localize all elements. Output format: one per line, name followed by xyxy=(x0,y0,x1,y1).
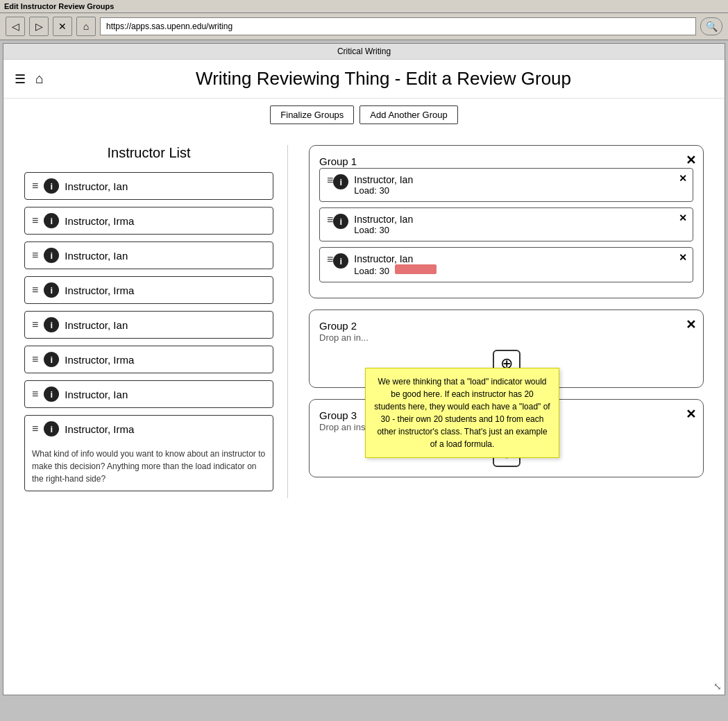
list-item[interactable]: ≡ i Instructor, Ian xyxy=(24,241,273,269)
instructor-expand-text: What kind of info would you want to know… xyxy=(32,448,266,485)
group-instructor-details: Instructor, Ian Load: 30 xyxy=(354,174,413,196)
group-instructor-details: Instructor, Ian Load: 30 xyxy=(354,214,413,235)
title-bar: Edit Instructor Review Groups xyxy=(0,0,728,13)
drag-icon: ≡ xyxy=(32,353,38,366)
search-button[interactable]: 🔍 xyxy=(700,17,722,35)
browser-content: Critical Writing ☰ ⌂ Writing Reviewing T… xyxy=(3,43,725,695)
app-header: ☰ ⌂ Writing Reviewing Thing - Edit a Rev… xyxy=(3,60,725,99)
info-icon: i xyxy=(44,387,59,402)
right-panel: Group 1 ✕ ≡ i Instructor, Ian Load: 30 ✕… xyxy=(288,145,704,498)
drag-icon: ≡ xyxy=(32,284,38,296)
group-2-drop-text: Drop an in... xyxy=(319,332,693,343)
group-instructor-item: ≡ i Instructor, Ian Load: 30 ✕ xyxy=(319,207,693,241)
window-title: Edit Instructor Review Groups xyxy=(4,2,114,10)
page-title: Writing Reviewing Thing - Edit a Review … xyxy=(53,68,713,90)
add-another-group-button[interactable]: Add Another Group xyxy=(359,105,457,124)
drag-icon: ≡ xyxy=(32,319,38,331)
instructor-name: Instructor, Ian xyxy=(65,180,128,192)
home-icon[interactable]: ⌂ xyxy=(35,71,44,87)
info-icon: i xyxy=(44,352,59,367)
drag-icon: ≡ xyxy=(32,388,38,400)
group-1-close-button[interactable]: ✕ xyxy=(686,153,696,168)
sticky-note-text: We were thinking that a "load" indicator… xyxy=(374,377,550,449)
instructor-name: Instructor, Ian xyxy=(65,250,128,262)
group-instructor-item: ≡ i Instructor, Ian Load: 30 ✕ xyxy=(319,247,693,282)
list-item-expanded[interactable]: ≡ i Instructor, Irma What kind of info w… xyxy=(24,415,273,491)
group-3-close-button[interactable]: ✕ xyxy=(686,407,696,422)
list-item[interactable]: ≡ i Instructor, Irma xyxy=(24,207,273,235)
group-instructor-details: Instructor, Ian Load: 30 xyxy=(354,253,436,276)
group-instructor-load: Load: 30 xyxy=(354,264,436,276)
group-instructor-name: Instructor, Ian xyxy=(354,214,413,225)
info-icon: i xyxy=(333,214,348,229)
group-3-title: Group 3 xyxy=(319,409,357,421)
back-button[interactable]: ◁ xyxy=(6,17,25,36)
url-bar[interactable] xyxy=(100,17,696,35)
instructor-name: Instructor, Irma xyxy=(65,423,134,435)
info-icon: i xyxy=(44,248,59,263)
load-bar xyxy=(395,264,437,274)
info-icon: i xyxy=(333,174,348,189)
drag-icon: ≡ xyxy=(32,180,38,192)
info-icon: i xyxy=(44,282,59,298)
browser-tab-title: Critical Writing xyxy=(337,46,391,56)
drag-icon: ≡ xyxy=(327,214,333,226)
group-instructor-name: Instructor, Ian xyxy=(354,253,436,264)
drag-icon: ≡ xyxy=(32,249,38,262)
group-1-card: Group 1 ✕ ≡ i Instructor, Ian Load: 30 ✕… xyxy=(309,145,704,298)
group-instructor-load: Load: 30 xyxy=(354,225,413,235)
drag-icon: ≡ xyxy=(327,253,333,266)
group-2-title: Group 2 xyxy=(319,320,357,332)
resize-handle[interactable]: ⤡ xyxy=(713,681,722,692)
instructor-name: Instructor, Irma xyxy=(65,285,134,296)
list-item[interactable]: ≡ i Instructor, Ian xyxy=(24,311,273,339)
instructor-name: Instructor, Irma xyxy=(65,354,134,366)
group-1-title: Group 1 xyxy=(319,155,357,167)
group-instructor-load: Load: 30 xyxy=(354,185,413,196)
drag-icon: ≡ xyxy=(32,423,38,435)
group-instructor-name: Instructor, Ian xyxy=(354,174,413,185)
info-icon: i xyxy=(44,421,59,436)
drag-icon: ≡ xyxy=(32,214,38,227)
group-item-close-button[interactable]: ✕ xyxy=(679,173,687,184)
left-panel: Instructor List ≡ i Instructor, Ian ≡ i … xyxy=(24,145,288,498)
toolbar: Finalize Groups Add Another Group xyxy=(3,99,725,131)
forward-button[interactable]: ▷ xyxy=(29,17,49,36)
group-2-close-button[interactable]: ✕ xyxy=(686,317,696,332)
instructor-name: Instructor, Ian xyxy=(65,319,128,331)
main-content: Instructor List ≡ i Instructor, Ian ≡ i … xyxy=(3,131,725,512)
list-item[interactable]: ≡ i Instructor, Ian xyxy=(24,380,273,408)
instructor-list-title: Instructor List xyxy=(24,145,273,161)
info-icon: i xyxy=(44,213,59,228)
hamburger-icon[interactable]: ☰ xyxy=(15,71,26,87)
home-nav-button[interactable]: ⌂ xyxy=(76,17,96,36)
group-item-close-button[interactable]: ✕ xyxy=(679,252,687,263)
finalize-groups-button[interactable]: Finalize Groups xyxy=(270,105,354,124)
list-item[interactable]: ≡ i Instructor, Ian xyxy=(24,172,273,200)
group-item-close-button[interactable]: ✕ xyxy=(679,212,687,223)
drag-icon: ≡ xyxy=(327,174,333,187)
browser-bar: ◁ ▷ ✕ ⌂ 🔍 xyxy=(0,13,728,40)
sticky-note: We were thinking that a "load" indicator… xyxy=(365,368,559,458)
instructor-item-row: ≡ i Instructor, Irma xyxy=(32,421,134,436)
stop-button[interactable]: ✕ xyxy=(53,17,72,36)
list-item[interactable]: ≡ i Instructor, Irma xyxy=(24,276,273,304)
group-instructor-item: ≡ i Instructor, Ian Load: 30 ✕ xyxy=(319,168,693,202)
info-icon: i xyxy=(44,317,59,332)
info-icon: i xyxy=(44,178,59,194)
instructor-name: Instructor, Irma xyxy=(65,215,134,227)
instructor-name: Instructor, Ian xyxy=(65,389,128,400)
info-icon: i xyxy=(333,253,348,269)
list-item[interactable]: ≡ i Instructor, Irma xyxy=(24,346,273,373)
